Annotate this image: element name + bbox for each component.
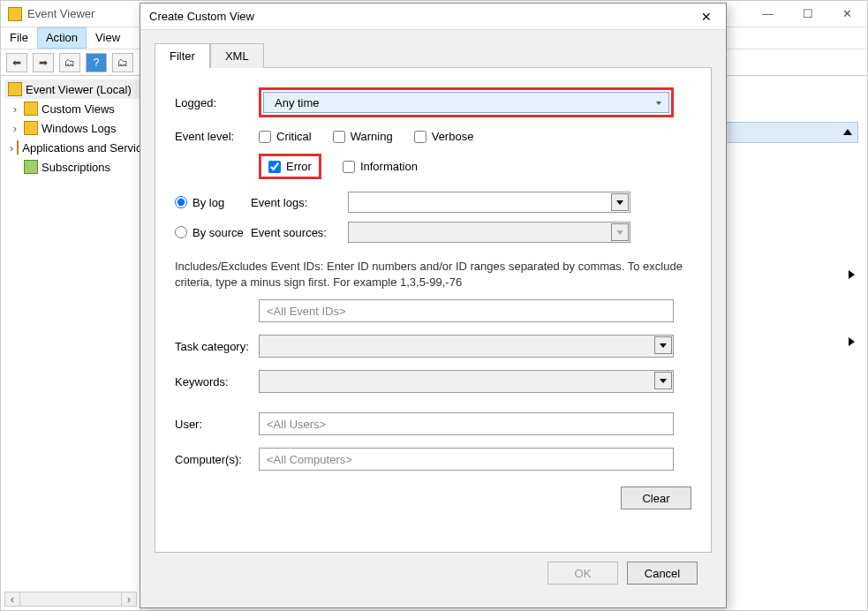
- collapse-up-icon: [843, 129, 852, 135]
- task-category-dropdown: [259, 335, 674, 358]
- verbose-checkbox-input[interactable]: [414, 131, 426, 143]
- chevron-down-icon: [616, 200, 623, 205]
- help-button[interactable]: ?: [86, 53, 107, 72]
- filter-tab-panel: Logged: Any time Event level: Critical: [155, 67, 712, 553]
- logged-highlight: Any time: [259, 87, 674, 117]
- tree-label: Windows Logs: [42, 122, 117, 135]
- dropdown-button[interactable]: [654, 372, 672, 389]
- event-sources-dropdown: [348, 222, 630, 243]
- task-category-label: Task category:: [175, 340, 259, 353]
- nav-back-button[interactable]: ⬅: [6, 53, 27, 72]
- menu-action[interactable]: Action: [37, 27, 87, 49]
- critical-label: Critical: [276, 130, 312, 143]
- computers-label: Computer(s):: [175, 453, 259, 466]
- logged-label: Logged:: [175, 96, 259, 109]
- verbose-checkbox[interactable]: Verbose: [414, 130, 474, 143]
- verbose-label: Verbose: [432, 130, 474, 143]
- tree-root[interactable]: Event Viewer (Local): [4, 79, 141, 99]
- toolbar-button-1[interactable]: 🗂: [59, 53, 80, 72]
- toolbar-button-2[interactable]: 🗂: [112, 53, 133, 72]
- close-window-button[interactable]: ✕: [827, 1, 867, 26]
- nav-tree[interactable]: Event Viewer (Local) › Custom Views › Wi…: [1, 76, 142, 610]
- bg-title: Event Viewer: [27, 7, 94, 20]
- by-source-radio-input[interactable]: [175, 226, 187, 238]
- menu-file[interactable]: File: [1, 27, 37, 49]
- scroll-right-icon[interactable]: ›: [121, 592, 136, 606]
- create-custom-view-dialog: Create Custom View ✕ Filter XML Logged: …: [140, 3, 727, 608]
- by-log-label: By log: [192, 196, 224, 209]
- dialog-titlebar[interactable]: Create Custom View ✕: [140, 4, 726, 30]
- menu-view[interactable]: View: [87, 27, 129, 49]
- event-viewer-icon: [8, 7, 22, 21]
- by-log-radio[interactable]: By log: [175, 196, 251, 209]
- critical-checkbox[interactable]: Critical: [259, 130, 312, 143]
- event-ids-input[interactable]: <All Event IDs>: [259, 299, 674, 322]
- information-checkbox-input[interactable]: [343, 161, 355, 173]
- horizontal-scrollbar[interactable]: ‹ ›: [4, 592, 137, 607]
- scroll-left-icon[interactable]: ‹: [5, 592, 20, 606]
- dropdown-button[interactable]: [611, 193, 629, 211]
- warning-checkbox-input[interactable]: [333, 131, 345, 143]
- keywords-label: Keywords:: [175, 375, 259, 388]
- nav-forward-button[interactable]: ➡: [33, 53, 54, 72]
- computers-input[interactable]: <All Computers>: [259, 448, 674, 471]
- information-checkbox[interactable]: Information: [343, 160, 418, 173]
- tree-label: Applications and Services Logs: [22, 141, 142, 155]
- information-label: Information: [360, 160, 418, 173]
- expand-icon[interactable]: ›: [10, 141, 13, 155]
- critical-checkbox-input[interactable]: [259, 131, 271, 143]
- tree-item-windows-logs[interactable]: › Windows Logs: [4, 118, 141, 138]
- tree-label: Custom Views: [42, 102, 115, 116]
- tree-item-applications[interactable]: › Applications and Services Logs: [4, 138, 141, 157]
- dialog-footer: OK Cancel: [155, 553, 712, 585]
- event-ids-help-text: Includes/Excludes Event IDs: Enter ID nu…: [175, 259, 691, 290]
- logged-value: Any time: [275, 96, 320, 109]
- keywords-dropdown[interactable]: [259, 370, 674, 393]
- dialog-close-button[interactable]: ✕: [686, 4, 726, 29]
- by-log-radio-input[interactable]: [175, 196, 187, 208]
- chevron-down-icon: [660, 343, 667, 348]
- error-checkbox[interactable]: Error: [259, 154, 321, 179]
- subscriptions-icon: [24, 160, 38, 174]
- user-placeholder: <All Users>: [267, 418, 326, 431]
- event-logs-label: Event logs:: [251, 196, 348, 209]
- logged-dropdown[interactable]: Any time: [263, 92, 669, 113]
- event-ids-placeholder: <All Event IDs>: [267, 305, 346, 318]
- event-logs-dropdown[interactable]: [348, 192, 630, 213]
- chevron-down-icon: [660, 379, 667, 383]
- dropdown-button: [654, 336, 672, 354]
- user-input[interactable]: <All Users>: [259, 412, 674, 435]
- tree-root-icon: [8, 82, 22, 96]
- error-label: Error: [286, 160, 312, 173]
- tree-item-subscriptions[interactable]: Subscriptions: [4, 157, 141, 177]
- by-source-radio[interactable]: By source: [175, 226, 251, 239]
- by-source-label: By source: [192, 226, 244, 239]
- error-checkbox-input[interactable]: [268, 161, 281, 173]
- computers-placeholder: <All Computers>: [267, 453, 352, 466]
- cancel-button[interactable]: Cancel: [627, 562, 698, 585]
- dialog-title: Create Custom View: [149, 10, 254, 23]
- dropdown-button: [611, 223, 629, 241]
- minimize-button[interactable]: —: [748, 1, 788, 26]
- user-label: User:: [175, 418, 259, 431]
- chevron-right-icon[interactable]: [849, 270, 855, 279]
- expand-icon[interactable]: ›: [10, 122, 20, 135]
- chevron-right-icon[interactable]: [849, 337, 855, 346]
- ok-button: OK: [547, 562, 618, 585]
- warning-checkbox[interactable]: Warning: [333, 130, 393, 143]
- tab-filter[interactable]: Filter: [155, 43, 210, 68]
- tab-strip: Filter XML: [155, 42, 712, 67]
- event-sources-label: Event sources:: [251, 226, 348, 239]
- chevron-down-icon: [656, 102, 661, 105]
- expand-icon[interactable]: ›: [10, 102, 20, 116]
- maximize-button[interactable]: ☐: [788, 1, 827, 26]
- folder-icon: [24, 121, 38, 135]
- chevron-down-icon: [616, 230, 623, 235]
- tab-xml[interactable]: XML: [210, 43, 264, 68]
- folder-icon: [24, 102, 38, 116]
- event-level-label: Event level:: [175, 130, 259, 143]
- clear-button[interactable]: Clear: [621, 487, 691, 509]
- folder-icon: [17, 140, 19, 155]
- warning-label: Warning: [351, 130, 393, 143]
- tree-item-custom-views[interactable]: › Custom Views: [4, 99, 141, 118]
